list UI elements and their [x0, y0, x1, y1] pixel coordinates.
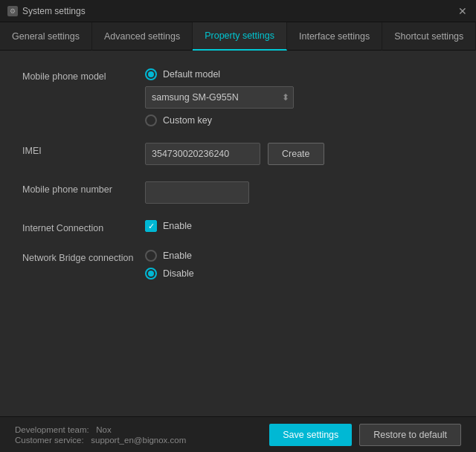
custom-key-option[interactable]: Custom key [145, 114, 454, 126]
network-disable-radio[interactable] [145, 268, 157, 280]
mobile-phone-number-control [145, 181, 454, 204]
custom-key-radio[interactable] [145, 114, 157, 126]
network-enable-label: Enable [163, 251, 192, 261]
network-bridge-control: Enable Disable [145, 250, 454, 280]
mobile-phone-model-label: Mobile phone model [22, 68, 145, 82]
mobile-phone-number-input[interactable] [145, 181, 249, 204]
footer-info: Development team: Nox Customer service: … [15, 425, 186, 445]
internet-enable-label: Enable [163, 221, 192, 231]
default-model-label: Default model [163, 69, 220, 80]
network-enable-radio[interactable] [145, 250, 157, 262]
content-area: Mobile phone model Default model samsung… [0, 51, 476, 416]
internet-connection-label: Internet Connection [22, 220, 145, 233]
internet-connection-row: Internet Connection ✓ Enable [22, 220, 454, 233]
network-enable-option[interactable]: Enable [145, 250, 454, 262]
custom-key-label: Custom key [163, 115, 212, 126]
dev-team-label: Development team: [15, 425, 89, 434]
mobile-phone-number-row: Mobile phone number [22, 181, 454, 204]
default-model-option[interactable]: Default model [145, 68, 454, 80]
network-disable-label: Disable [163, 268, 194, 279]
tab-shortcut[interactable]: Shortcut settings [382, 22, 476, 51]
window-title: System settings [22, 6, 86, 16]
customer-service-value: support_en@bignox.com [91, 436, 186, 445]
title-bar: ⚙ System settings ✕ [0, 0, 476, 22]
imei-control: Create [145, 143, 454, 165]
save-settings-button[interactable]: Save settings [269, 424, 352, 446]
mobile-phone-model-row: Mobile phone model Default model samsung… [22, 68, 454, 126]
close-button[interactable]: ✕ [457, 5, 469, 17]
create-button[interactable]: Create [268, 143, 324, 165]
model-select-wrapper: samsung SM-G955N ⬍ [145, 86, 294, 109]
footer: Development team: Nox Customer service: … [0, 416, 476, 452]
imei-label: IMEI [22, 143, 145, 156]
imei-row: IMEI Create [22, 143, 454, 165]
app-icon: ⚙ [7, 6, 18, 16]
customer-service-line: Customer service: support_en@bignox.com [15, 436, 186, 445]
tab-interface[interactable]: Interface settings [287, 22, 382, 51]
internet-connection-control: ✓ Enable [145, 220, 454, 232]
check-mark-icon: ✓ [148, 222, 155, 230]
imei-input[interactable] [145, 143, 260, 165]
customer-service-label: Customer service: [15, 436, 84, 445]
internet-checkbox-box[interactable]: ✓ [145, 220, 157, 232]
tab-general[interactable]: General settings [0, 22, 92, 51]
tabs-bar: General settings Advanced settings Prope… [0, 22, 476, 51]
restore-default-button[interactable]: Restore to default [359, 424, 461, 446]
model-select[interactable]: samsung SM-G955N [145, 86, 294, 109]
tab-advanced[interactable]: Advanced settings [92, 22, 193, 51]
network-bridge-label: Network Bridge connection [22, 250, 145, 263]
footer-buttons: Save settings Restore to default [269, 424, 461, 446]
network-disable-option[interactable]: Disable [145, 268, 454, 280]
mobile-phone-number-label: Mobile phone number [22, 181, 145, 195]
internet-enable-checkbox[interactable]: ✓ Enable [145, 220, 454, 232]
dev-team-value: Nox [96, 425, 111, 434]
dev-team-line: Development team: Nox [15, 425, 186, 434]
default-model-radio[interactable] [145, 68, 157, 80]
network-bridge-row: Network Bridge connection Enable Disable [22, 250, 454, 280]
tab-property[interactable]: Property settings [193, 22, 287, 51]
mobile-phone-model-control: Default model samsung SM-G955N ⬍ Custom … [145, 68, 454, 126]
